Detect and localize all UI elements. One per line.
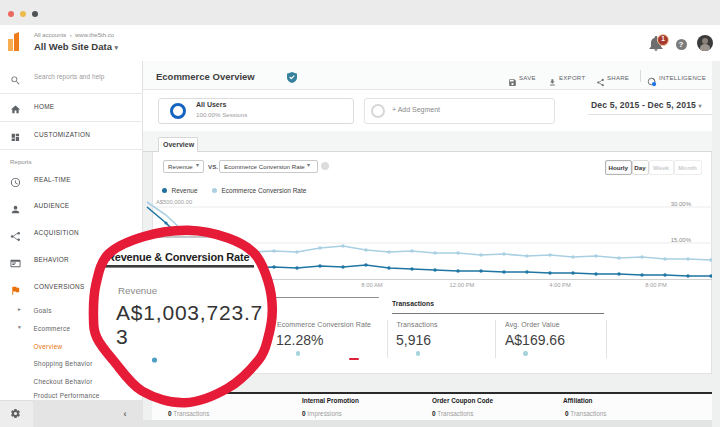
svg-text:Revenue: Revenue [118,285,158,296]
svg-text:3: 3 [116,325,128,348]
svg-text:Revenue & Conversion Rate: Revenue & Conversion Rate [107,251,249,263]
svg-text:A$1,003,723.7: A$1,003,723.7 [116,301,263,324]
